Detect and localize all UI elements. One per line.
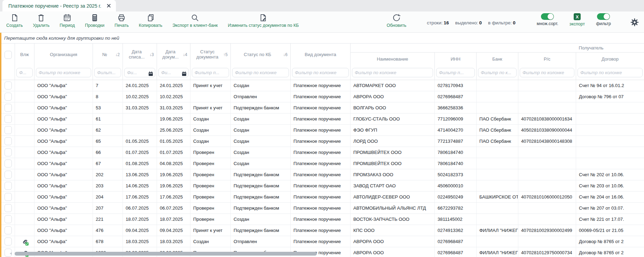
column-header-name[interactable]: Наименование [350,53,434,66]
cell-date-document: 31.03.2025 [157,102,190,113]
column-header-organization[interactable]: Организация [34,44,93,66]
column-header-kb-status[interactable]: Статус по КБ↓6 [230,44,290,66]
toggle-on-icon[interactable] [597,13,610,20]
column-header-date-writeoff[interactable]: Дата списа...↓3 [123,44,157,66]
cell-account [518,91,576,102]
row-checkbox[interactable] [5,81,12,89]
calendar-icon[interactable] [148,71,153,78]
change-kb-status-button[interactable]: Изменить статус документов по КБ [228,13,299,28]
filter-input-inn[interactable] [436,68,475,77]
table-row[interactable]: ООО "Альфа" 203 14.06.2025 19.06.2025 Пр… [1,180,644,192]
table-row[interactable]: ООО "Альфа" 8 10.02.2025 10.02.2025 Отпр… [1,91,644,102]
cell-number: 62 [93,125,123,135]
table-row[interactable]: ООО "Альфа" 207 06.07.2025 06.07.2025 Пр… [1,203,644,214]
cell-doc-status: Проверен [190,192,230,202]
row-select-cell [1,203,15,213]
period-button[interactable]: Период [60,13,75,28]
row-checkbox[interactable] [5,171,12,179]
horizontal-scrollbar[interactable] [15,252,317,256]
print-button[interactable]: Печать [115,13,129,28]
row-select-cell [1,147,15,158]
row-checkbox[interactable] [5,159,12,168]
row-checkbox[interactable] [5,93,12,101]
table-row[interactable]: ООО "Альфа" 476 09.04.2025 09.04.2025 Пр… [1,225,644,236]
table-row[interactable]: ООО "Альфа" 204 17.06.2025 17.06.2025 Пр… [1,192,644,203]
column-header-number[interactable]: №↓2 [93,44,123,66]
column-header-inn[interactable]: ИНН [434,53,476,66]
group-header-recipient: Получатель [350,44,644,53]
table-row[interactable]: ООО "Альфа" 67 01.08.2025 04.08.2025 Про… [1,158,644,169]
row-checkbox[interactable] [5,126,12,134]
filter-input-attachments[interactable] [16,68,33,77]
close-tab-icon[interactable] [107,4,111,8]
table-row[interactable]: ООО "Альфа" 65 01.05.2025 01.05.2025 Соз… [1,136,644,147]
table-row[interactable]: ООО "Альфа" 221 18.07.2025 18.07.2025 Пр… [1,214,644,225]
cell-contract: Договор № 8765 от 2 [576,236,644,247]
delete-button[interactable]: Удалить [33,13,50,28]
row-checkbox[interactable] [5,115,12,123]
filter-input-name[interactable] [352,68,433,77]
row-checkbox[interactable] [5,182,12,190]
create-button[interactable]: Создать [6,13,23,28]
attachment-icon[interactable] [22,239,28,245]
cell-recipient-name: ЛОРД ООО [350,136,434,147]
toggle-on-icon[interactable] [541,13,554,20]
cell-doc-kind: Платежное поручение [290,136,350,147]
cell-kb-status: Создан [230,80,290,91]
table-row[interactable]: ООО "Альфа" 62 25.06.2025 Создан Создан … [1,125,644,136]
filter-input-account[interactable] [520,68,574,77]
row-select-cell [1,125,15,135]
cell-bank [476,169,518,180]
filter-input-number[interactable] [94,68,121,77]
refresh-button[interactable]: Обновить [387,13,407,28]
table-row[interactable]: ООО "Альфа" 678 18.03.2025 18.03.2025 Со… [1,236,644,247]
row-checkbox[interactable] [5,104,12,112]
postings-button[interactable]: Проводки [85,13,104,28]
tab-payment-registry[interactable]: Платежное поручение - Реестр за 2025 г. [2,0,116,11]
row-select-cell [1,80,15,91]
table-row[interactable]: ООО "Альфа" 61 19.06.2025 Создан Создан … [1,114,644,125]
cell-inn: 0274913362 [434,225,476,236]
table-row[interactable]: ООО "Альфа" 53 31.03.2025 31.03.2025 При… [1,102,644,114]
filter-toggle[interactable]: фильтр [596,13,611,26]
select-all-checkbox[interactable] [5,51,12,59]
table-row[interactable]: ООО "Альфа" 7 24.01.2025 24.01.2025 Прин… [1,80,644,91]
filter-input-organization[interactable] [36,68,91,77]
group-by-drop-zone[interactable]: Перетащите сюда колонку для группировки … [1,33,644,43]
table-row[interactable]: ООО "Альфа" 202 13.06.2025 19.06.2025 Пр… [1,169,644,180]
row-checkbox[interactable] [5,226,12,234]
cell-doc-status: Создан [190,114,230,124]
gear-icon[interactable] [630,18,639,28]
cell-inn: 7806184740 [434,158,476,169]
cell-number: 53 [93,102,123,113]
column-header-date-document[interactable]: Дата докум...↓4 [157,44,190,66]
filter-cell-empty [1,66,15,80]
export-excel-button[interactable]: X экспорт [570,13,585,26]
row-checkbox[interactable] [5,215,12,223]
row-checkbox[interactable] [5,137,12,145]
calendar-icon[interactable] [182,71,187,78]
copy-button[interactable]: Копировать [139,13,162,28]
row-checkbox[interactable] [5,193,12,201]
row-checkbox[interactable] [5,204,12,212]
export-client-bank-button[interactable]: Экспорт в клиент-банк [172,13,218,28]
column-header-contract[interactable]: Договор [576,53,644,66]
table-row[interactable]: ООО "Альфа" 66 01.07.2025 01.07.2025 Про… [1,147,644,158]
filter-input-contract[interactable] [578,68,643,77]
row-checkbox[interactable] [5,237,12,246]
cell-contract: Счет № 221 от 17.07. [576,214,644,225]
filter-input-doc-status[interactable] [192,68,229,77]
filter-input-doc-kind[interactable] [292,68,349,77]
filter-input-kb-status[interactable] [232,68,289,77]
column-header-account[interactable]: Р/с [518,53,576,66]
scroll-left-icon[interactable] [10,252,12,255]
column-header-doc-status[interactable]: Статус документа↑5 [190,44,230,66]
filter-input-bank[interactable] [478,68,517,77]
column-header-attachments[interactable]: Влж [15,44,34,66]
row-select-cell [1,158,15,169]
column-header-bank[interactable]: Банк [476,53,518,66]
cell-doc-kind: Платежное поручение [290,91,350,102]
column-header-doc-kind[interactable]: Вид документа [290,44,350,66]
multi-sort-toggle[interactable]: множ.сорт. [537,13,558,26]
row-checkbox[interactable] [5,148,12,156]
